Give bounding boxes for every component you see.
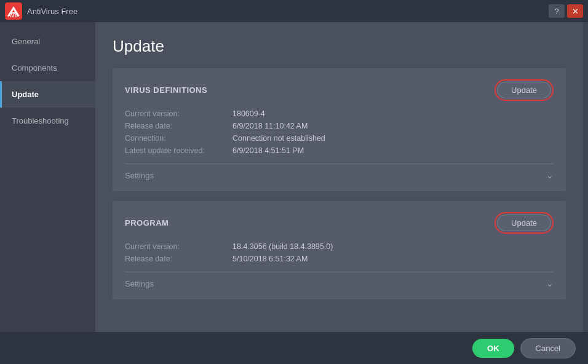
ok-button[interactable]: OK [472, 339, 514, 358]
virus-release-date-row: Release date: 6/9/2018 11:10:42 AM [125, 122, 554, 130]
program-current-version-value: 18.4.3056 (build 18.4.3895.0) [232, 242, 333, 251]
avg-logo: AVG [5, 2, 22, 20]
virus-latest-update-value: 6/9/2018 4:51:51 PM [232, 146, 304, 155]
program-header: PROGRAM Update [125, 212, 554, 234]
program-release-date-label: Release date: [125, 255, 232, 263]
program-title: PROGRAM [125, 218, 169, 228]
virus-latest-update-row: Latest update received: 6/9/2018 4:51:51… [125, 146, 554, 155]
virus-definitions-title: VIRUS DEFINITIONS [125, 85, 207, 95]
virus-connection-value: Connection not established [232, 134, 325, 143]
main-layout: General Components Update Troubleshootin… [0, 22, 588, 332]
sidebar-item-update[interactable]: Update [0, 81, 95, 108]
titlebar: AVG AntiVirus Free ? ✕ [0, 0, 588, 22]
sidebar-item-components[interactable]: Components [0, 55, 95, 81]
help-button[interactable]: ? [549, 4, 565, 18]
virus-definitions-header: VIRUS DEFINITIONS Update [125, 79, 554, 101]
virus-settings-label: Settings [125, 171, 154, 180]
program-release-date-value: 5/10/2018 6:51:32 AM [232, 255, 308, 263]
app-title: AntiVirus Free [27, 7, 549, 16]
program-settings-row[interactable]: Settings ⌄ [125, 272, 554, 288]
virus-settings-row[interactable]: Settings ⌄ [125, 164, 554, 180]
virus-update-btn-wrapper: Update [495, 79, 554, 101]
program-settings-label: Settings [125, 279, 154, 288]
sidebar: General Components Update Troubleshootin… [0, 22, 95, 332]
program-current-version-row: Current version: 18.4.3056 (build 18.4.3… [125, 242, 554, 251]
program-update-btn-wrapper: Update [495, 212, 554, 234]
virus-current-version-label: Current version: [125, 109, 232, 118]
cancel-button[interactable]: Cancel [520, 338, 576, 358]
virus-update-button[interactable]: Update [497, 82, 551, 98]
svg-text:AVG: AVG [7, 12, 19, 18]
program-current-version-label: Current version: [125, 242, 232, 251]
scrollbar-track [583, 22, 588, 332]
virus-current-version-value: 180609-4 [232, 109, 265, 118]
virus-release-date-label: Release date: [125, 122, 232, 130]
content-area: Update VIRUS DEFINITIONS Update Current … [95, 22, 583, 332]
program-card: PROGRAM Update Current version: 18.4.305… [113, 201, 566, 299]
virus-settings-chevron: ⌄ [546, 170, 554, 180]
virus-connection-row: Connection: Connection not established [125, 134, 554, 143]
program-release-date-row: Release date: 5/10/2018 6:51:32 AM [125, 255, 554, 263]
program-update-button[interactable]: Update [497, 215, 551, 231]
sidebar-item-general[interactable]: General [0, 28, 95, 55]
program-settings-chevron: ⌄ [546, 279, 554, 288]
virus-current-version-row: Current version: 180609-4 [125, 109, 554, 118]
window-controls: ? ✕ [549, 4, 583, 18]
footer: OK Cancel [0, 332, 588, 364]
virus-definitions-card: VIRUS DEFINITIONS Update Current version… [113, 68, 566, 191]
page-title: Update [113, 37, 566, 56]
sidebar-item-troubleshooting[interactable]: Troubleshooting [0, 108, 95, 134]
virus-connection-label: Connection: [125, 134, 232, 143]
virus-release-date-value: 6/9/2018 11:10:42 AM [232, 122, 308, 130]
close-button[interactable]: ✕ [567, 4, 583, 18]
virus-latest-update-label: Latest update received: [125, 146, 232, 155]
